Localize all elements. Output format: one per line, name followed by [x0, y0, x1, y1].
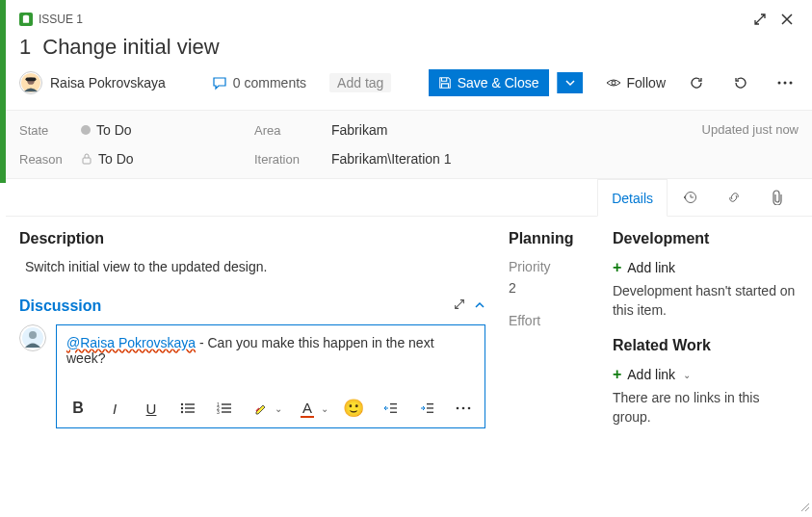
area-value[interactable]: Fabrikam: [331, 122, 524, 138]
discussion-heading: Discussion: [19, 297, 485, 315]
svg-rect-14: [185, 403, 195, 404]
more-icon[interactable]: [772, 69, 799, 96]
resize-handle[interactable]: [799, 500, 810, 515]
iteration-value[interactable]: Fabrikam\Iteration 1: [331, 151, 524, 167]
svg-rect-29: [427, 407, 433, 408]
svg-rect-27: [390, 412, 397, 413]
planning-heading: Planning: [509, 230, 589, 247]
reason-label: Reason: [19, 152, 81, 167]
outdent-button[interactable]: [379, 397, 402, 420]
svg-rect-24: [222, 411, 231, 412]
comments-count: 0 comments: [233, 75, 306, 90]
related-add-link[interactable]: + Add link ⌄: [613, 366, 799, 383]
comment-text[interactable]: @Raisa Pokrovskaya - Can you make this h…: [57, 325, 485, 389]
priority-value[interactable]: 2: [509, 280, 589, 296]
development-heading: Development: [613, 230, 799, 247]
issue-type-icon: [19, 13, 33, 26]
expand-icon[interactable]: [748, 8, 772, 31]
svg-point-17: [181, 411, 183, 413]
mention[interactable]: @Raisa Pokrovskaya: [66, 335, 196, 350]
attachment-icon: [771, 190, 784, 205]
close-icon[interactable]: [775, 8, 799, 31]
svg-point-32: [462, 407, 465, 410]
undo-icon[interactable]: [727, 69, 754, 96]
indent-button[interactable]: [415, 397, 438, 420]
svg-rect-26: [390, 407, 397, 408]
topbar: ISSUE 1: [6, 0, 812, 31]
refresh-icon[interactable]: [683, 69, 710, 96]
font-color-button[interactable]: A: [296, 397, 319, 420]
state-value[interactable]: To Do: [81, 122, 225, 138]
iteration-label: Iteration: [254, 152, 331, 167]
follow-label: Follow: [627, 75, 666, 90]
updated-text: Updated just now: [702, 122, 799, 137]
dev-helper: Development hasn't started on this item.: [613, 282, 799, 320]
svg-rect-9: [83, 158, 91, 164]
eye-icon: [606, 75, 621, 90]
info-row: Raisa Pokrovskaya 0 comments Add tag Sav…: [6, 69, 812, 110]
area-label: Area: [254, 123, 331, 138]
state-dot-icon: [81, 125, 91, 135]
svg-point-6: [778, 82, 781, 85]
description-heading: Description: [19, 230, 485, 247]
svg-rect-25: [390, 403, 397, 404]
related-heading: Related Work: [613, 337, 799, 354]
history-icon: [682, 190, 697, 205]
chevron-down-icon: ⌄: [683, 370, 691, 380]
related-helper: There are no links in this group.: [613, 389, 799, 427]
svg-rect-28: [427, 403, 433, 404]
svg-rect-16: [185, 407, 195, 408]
dev-add-link[interactable]: + Add link: [613, 259, 799, 276]
svg-rect-1: [24, 15, 28, 17]
save-label: Save & Close: [458, 75, 539, 90]
issue-id: 1: [19, 35, 31, 60]
underline-button[interactable]: U: [140, 397, 163, 420]
follow-button[interactable]: Follow: [606, 75, 666, 90]
svg-point-8: [790, 82, 793, 85]
save-icon: [438, 76, 452, 90]
bold-button[interactable]: B: [66, 397, 90, 420]
issue-title[interactable]: Change initial view: [42, 35, 219, 60]
numbered-list-button[interactable]: 123: [213, 397, 236, 420]
discussion-expand-icon[interactable]: [453, 297, 466, 315]
svg-point-31: [457, 407, 459, 410]
save-dropdown[interactable]: [557, 72, 583, 93]
svg-rect-20: [222, 403, 231, 404]
editor-toolbar: B I U 123 ⌄ A ⌄ 🙂: [57, 389, 485, 427]
svg-point-13: [181, 403, 183, 405]
reason-value[interactable]: To Do: [81, 151, 225, 167]
tab-links[interactable]: [712, 179, 756, 216]
plus-icon: +: [613, 259, 621, 276]
svg-point-12: [29, 331, 37, 339]
comment-editor[interactable]: @Raisa Pokrovskaya - Can you make this h…: [56, 324, 485, 428]
fields-panel: State To Do Reason To Do Area Fabrikam I…: [6, 110, 812, 179]
highlight-caret[interactable]: ⌄: [275, 403, 282, 414]
tab-history[interactable]: [668, 179, 712, 216]
discussion-collapse-icon[interactable]: [474, 297, 485, 315]
emoji-button[interactable]: 🙂: [342, 397, 365, 420]
priority-label: Priority: [509, 259, 589, 274]
save-button[interactable]: Save & Close: [429, 69, 549, 96]
bullet-list-button[interactable]: [176, 397, 199, 420]
italic-button[interactable]: I: [103, 397, 126, 420]
chevron-down-icon: [565, 78, 575, 88]
effort-label: Effort: [509, 313, 589, 328]
link-icon: [726, 190, 742, 205]
tab-details[interactable]: Details: [597, 179, 668, 217]
comment-avatar: [19, 324, 46, 351]
add-tag-button[interactable]: Add tag: [329, 73, 391, 92]
editor-more-button[interactable]: [452, 397, 475, 420]
issue-label: ISSUE 1: [39, 13, 83, 26]
svg-point-5: [612, 81, 616, 85]
assignee-avatar[interactable]: [19, 71, 42, 94]
assignee-name[interactable]: Raisa Pokrovskaya: [50, 75, 166, 90]
lock-icon: [81, 153, 92, 165]
font-color-caret[interactable]: ⌄: [321, 403, 328, 414]
tab-attachments[interactable]: [756, 179, 799, 216]
highlight-button[interactable]: [249, 397, 273, 420]
comments-button[interactable]: 0 comments: [212, 75, 306, 90]
svg-rect-22: [222, 407, 231, 408]
title-row: 1 Change initial view: [6, 31, 812, 69]
svg-rect-4: [26, 78, 37, 82]
description-text[interactable]: Switch initial view to the updated desig…: [19, 259, 485, 274]
